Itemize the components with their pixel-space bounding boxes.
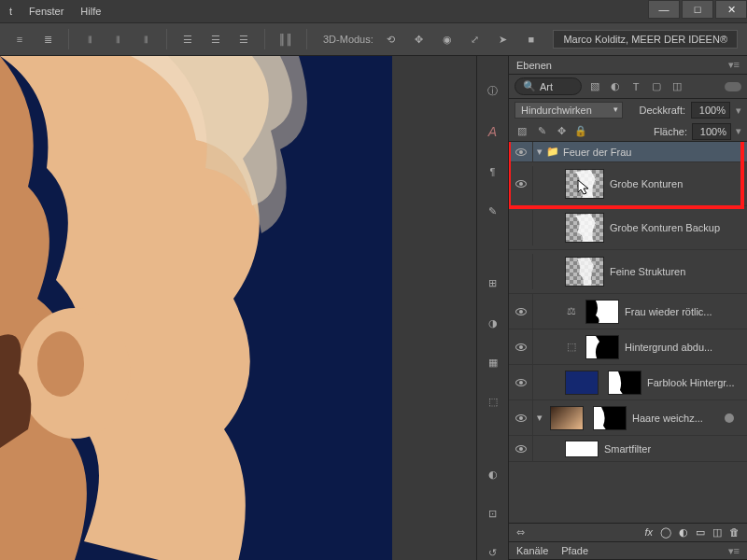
filter-adjust-icon[interactable]: ◐ <box>608 79 623 94</box>
filter-type-icon[interactable]: T <box>628 79 643 94</box>
mode-label: 3D-Modus: <box>323 34 374 45</box>
visibility-toggle[interactable] <box>515 379 527 386</box>
tab-kanale[interactable]: Kanäle <box>516 545 548 556</box>
arrow-icon[interactable]: ➤ <box>493 29 514 49</box>
distribute-icon[interactable]: ⫴ <box>79 29 100 49</box>
filter-shape-icon[interactable]: ▢ <box>649 79 664 94</box>
info-icon[interactable]: ⓘ <box>484 84 502 98</box>
side-panel-strip: ⓘ A ¶ ✎ ⊞ ◑ ▦ ⬚ ◐ ⊡ ↺ <box>477 56 509 560</box>
panel-menu-icon[interactable]: ▾≡ <box>728 545 740 557</box>
lock-trans-icon[interactable]: ▨ <box>514 124 529 139</box>
lock-pixel-icon[interactable]: ✎ <box>534 124 549 139</box>
layer-name: Feuer der Frau <box>563 147 747 158</box>
filter-image-icon[interactable]: ▧ <box>587 79 602 94</box>
layer-row[interactable]: Grobe Konturen Backup <box>509 206 747 250</box>
swatches-icon[interactable]: ⊞ <box>484 277 502 290</box>
layer-row[interactable]: Smartfilter <box>509 436 747 462</box>
color-icon[interactable]: ◑ <box>484 316 502 329</box>
blend-mode-dropdown[interactable]: Hindurchwirken <box>514 102 623 119</box>
mask-icon[interactable]: ◯ <box>660 526 671 539</box>
distribute-v-icon-2[interactable]: ☰ <box>205 29 226 49</box>
brush-icon[interactable]: ✎ <box>484 204 502 217</box>
fx-icon[interactable]: fx <box>644 526 653 539</box>
opacity-value[interactable]: 100% <box>691 102 730 119</box>
orbit-icon[interactable]: ⟲ <box>381 29 402 49</box>
layers-panel-tab[interactable]: Ebenen ▾≡ <box>509 56 747 75</box>
distribute-v-icon-3[interactable]: ☰ <box>233 29 254 49</box>
roll-icon[interactable]: ◉ <box>437 29 458 49</box>
options-toolbar: ≡ ≣ ⫴ ⫴ ⫴ ☰ ☰ ☰ ║║ 3D-Modus: ⟲ ✥ ◉ ⤢ ➤ ■… <box>0 22 747 56</box>
scale-icon[interactable]: ⤢ <box>465 29 486 49</box>
layer-mask-thumbnail[interactable] <box>593 406 627 430</box>
layer-mask-thumbnail[interactable] <box>608 371 641 395</box>
grid-icon[interactable]: ▦ <box>484 356 502 369</box>
layer-group-row[interactable]: ▾ 📁 Feuer der Frau <box>509 142 747 162</box>
menu-fenster[interactable]: Fenster <box>29 6 63 17</box>
layer-thumbnail[interactable] <box>565 213 604 243</box>
more-icon[interactable]: ⊡ <box>484 507 502 520</box>
layer-row[interactable]: ⬚ Hintergrund abdu... <box>509 329 747 365</box>
menu-t[interactable]: t <box>9 6 12 17</box>
layer-mask-thumbnail[interactable] <box>585 300 619 324</box>
text-icon[interactable]: A <box>484 124 502 139</box>
layer-row[interactable]: ▾ Haare weichz... <box>509 400 747 436</box>
cursor-icon <box>576 178 595 197</box>
layer-name: Frau wieder rötlic... <box>625 306 747 317</box>
filter-smart-icon[interactable]: ◫ <box>669 79 684 94</box>
transform-icon[interactable]: ⬚ <box>484 396 502 409</box>
layer-row[interactable]: ⚖ Frau wieder rötlic... <box>509 294 747 329</box>
distribute-icon-2[interactable]: ⫴ <box>107 29 128 49</box>
smartfilter-thumbnail[interactable] <box>565 441 599 457</box>
tab-pfade[interactable]: Pfade <box>561 545 588 556</box>
layer-mask-thumbnail[interactable] <box>585 335 619 359</box>
layer-name: Grobe Konturen Backup <box>610 222 747 233</box>
visibility-toggle[interactable] <box>515 445 527 453</box>
layer-row[interactable]: Grobe Konturen <box>509 162 747 206</box>
visibility-toggle[interactable] <box>515 180 527 188</box>
new-layer-icon[interactable]: ◫ <box>712 526 722 539</box>
lock-row: ▨ ✎ ✥ 🔒 Fläche: 100% ▾ <box>509 121 747 142</box>
layers-panel-footer: ⇔ fx ◯ ◐ ▭ ◫ 🗑 <box>509 523 747 541</box>
window-close-button[interactable]: ✕ <box>715 0 747 19</box>
curves-icon: ⬚ <box>567 341 576 353</box>
layer-thumbnail[interactable] <box>565 257 604 287</box>
workspace-dropdown[interactable]: Marco Kolditz, MEER DER IDEEN® <box>553 30 738 49</box>
align-icon-2[interactable]: ≣ <box>37 29 58 49</box>
document-canvas[interactable] <box>0 56 392 560</box>
layer-thumbnail[interactable] <box>550 406 584 430</box>
fx-indicator[interactable] <box>725 413 734 423</box>
visibility-toggle[interactable] <box>515 414 527 422</box>
menu-hilfe[interactable]: Hilfe <box>80 6 101 17</box>
distribute-v-icon[interactable]: ☰ <box>177 29 198 49</box>
collapse-icon[interactable]: ▾ <box>537 412 543 424</box>
layer-thumbnail[interactable] <box>565 371 599 395</box>
paragraph-icon[interactable]: ¶ <box>484 165 502 178</box>
channels-paths-tabs: Kanäle Pfade ▾≡ <box>509 541 747 560</box>
layer-row[interactable]: Feine Strukturen <box>509 250 747 294</box>
visibility-toggle[interactable] <box>515 343 527 351</box>
group-icon[interactable]: ▭ <box>696 526 705 539</box>
adjustment-icon[interactable]: ◐ <box>679 526 688 539</box>
visibility-toggle[interactable] <box>515 148 527 156</box>
window-minimize-button[interactable]: — <box>648 0 680 19</box>
pan-icon[interactable]: ✥ <box>409 29 430 49</box>
adjust-icon[interactable]: ◐ <box>484 468 502 481</box>
lock-all-icon[interactable]: 🔒 <box>573 124 588 139</box>
kind-filter-dropdown[interactable]: 🔍Art <box>514 77 582 95</box>
align-icon[interactable]: ≡ <box>9 29 30 49</box>
filter-toggle[interactable] <box>725 82 741 91</box>
panel-menu-icon[interactable]: ▾≡ <box>728 59 740 71</box>
layer-name: Grobe Konturen <box>610 178 747 189</box>
window-maximize-button[interactable]: □ <box>682 0 713 19</box>
lock-pos-icon[interactable]: ✥ <box>554 124 569 139</box>
collapse-icon[interactable]: ▾ <box>537 146 543 158</box>
trash-icon[interactable]: 🗑 <box>729 526 740 539</box>
camera-icon[interactable]: ■ <box>521 29 542 49</box>
link-icon[interactable]: ⇔ <box>516 526 525 539</box>
distribute-icon-3[interactable]: ⫴ <box>135 29 156 49</box>
fill-value[interactable]: 100% <box>692 123 731 140</box>
extra-icon[interactable]: ║║ <box>275 29 296 49</box>
layer-row[interactable]: Farblook Hintergr... <box>509 365 747 400</box>
history-icon[interactable]: ↺ <box>484 547 502 560</box>
visibility-toggle[interactable] <box>515 308 527 315</box>
